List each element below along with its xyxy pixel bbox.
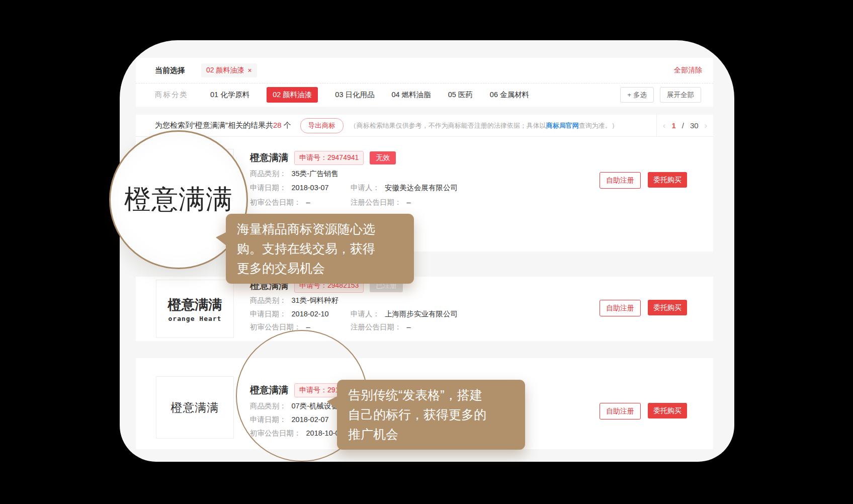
selected-category-tag-label: 02 颜料油漆 <box>206 66 244 75</box>
results-header: 为您检索到“橙意满满”相关的结果共28 个 导出商标 （商标检索结果仅供参考，不… <box>136 115 713 137</box>
trademark-mark-subtext: orange Heart <box>168 315 222 322</box>
next-page-icon[interactable]: › <box>705 121 708 131</box>
screenshot-root: 当前选择 02 颜料油漆 × 全部清除 商标分类 01 化学原料 02 颜料油漆… <box>0 0 853 504</box>
self-register-button[interactable]: 自助注册 <box>600 403 641 419</box>
page-separator: / <box>682 121 684 130</box>
field-category: 商品类别：31类-饲料种籽 <box>250 296 338 305</box>
trademark-row-2: 橙意满满 orange Heart 橙意满满 申请号：29482153 已注册 … <box>136 277 713 341</box>
field-label: 初审公告日期： <box>250 323 301 331</box>
results-summary: 为您检索到“橙意满满”相关的结果共28 个 <box>155 121 291 130</box>
disclaimer-suffix: 查询为准。） <box>579 122 618 129</box>
clear-all-button[interactable]: 全部清除 <box>674 66 702 75</box>
current-selection-row: 当前选择 02 颜料油漆 × 全部清除 <box>136 58 713 83</box>
field-first-notice-date: 初审公告日期：– <box>250 198 310 207</box>
entrust-buy-button[interactable]: 委托购买 <box>648 172 687 188</box>
category-item-05[interactable]: 05 医药 <box>448 90 473 100</box>
row-actions: 自助注册 委托购买 <box>600 172 687 189</box>
field-apply-date: 申请日期：2018-03-07 <box>250 183 329 193</box>
category-item-04[interactable]: 04 燃料油脂 <box>392 90 431 100</box>
field-label: 商品类别： <box>250 170 287 178</box>
field-label: 申请日期： <box>250 184 287 192</box>
field-value: 上海雨步实业有限公司 <box>385 310 458 318</box>
results-disclaimer: （商标检索结果仅供参考，不作为商标能否注册的法律依据；具体以商标局官网查询为准。… <box>350 121 618 130</box>
callout-tail-icon <box>327 396 338 410</box>
entrust-buy-button[interactable]: 委托购买 <box>648 300 687 315</box>
row-actions: 自助注册 委托购买 <box>600 300 687 316</box>
disclaimer-prefix: （商标检索结果仅供参考，不作为商标能否注册的法律依据；具体以 <box>350 122 546 129</box>
magnified-trademark-text: 橙意满满 <box>124 182 233 218</box>
field-category: 商品类别：35类-广告销售 <box>250 169 338 179</box>
callout-line: 海量精品商标资源随心选 <box>237 219 403 239</box>
field-reg-notice-date: 注册公告日期：– <box>351 198 411 207</box>
field-value: – <box>306 198 310 206</box>
trademark-office-link[interactable]: 商标局官网 <box>546 122 579 129</box>
trademark-image-3: 橙意满满 <box>156 376 234 439</box>
field-value: 35类-广告销售 <box>292 170 338 178</box>
callout-marketplace: 海量精品商标资源随心选 购。支持在线交易，获得 更多的交易机会 <box>226 214 414 284</box>
row-actions: 自助注册 委托购买 <box>600 403 687 419</box>
pagination: ‹ 1 / 30 › <box>656 115 713 136</box>
total-pages: 30 <box>690 121 699 130</box>
filter-panel: 当前选择 02 颜料油漆 × 全部清除 商标分类 01 化学原料 02 颜料油漆… <box>136 58 713 107</box>
application-number-tag: 申请号：29474941 <box>294 151 364 165</box>
results-summary-prefix: 为您检索到“橙意满满”相关的结果共 <box>155 121 273 129</box>
self-register-button[interactable]: 自助注册 <box>600 172 641 189</box>
field-applicant: 申请人：安徽美达会展有限公司 <box>351 183 458 193</box>
callout-line: 购。支持在线交易，获得 <box>237 239 403 259</box>
category-item-03[interactable]: 03 日化用品 <box>335 90 374 100</box>
category-item-06[interactable]: 06 金属材料 <box>490 90 529 100</box>
entrust-buy-button[interactable]: 委托购买 <box>648 403 687 418</box>
multi-select-button[interactable]: + 多选 <box>620 87 654 103</box>
field-value: 31类-饲料种籽 <box>292 296 338 304</box>
category-row: 商标分类 01 化学原料 02 颜料油漆 03 日化用品 04 燃料油脂 05 … <box>136 83 713 106</box>
prev-page-icon[interactable]: ‹ <box>663 121 666 131</box>
results-count: 28 <box>273 121 282 129</box>
field-value: 2018-02-10 <box>292 310 329 318</box>
field-label: 商品类别： <box>250 296 287 304</box>
callout-promotion: 告别传统“发表格”，搭建 自己的标行，获得更多的 推广机会 <box>337 380 525 450</box>
field-value: – <box>407 323 411 331</box>
selected-category-tag[interactable]: 02 颜料油漆 × <box>201 63 257 77</box>
field-label: 申请人： <box>351 184 380 192</box>
export-trademark-button[interactable]: 导出商标 <box>300 118 344 133</box>
field-label: 初审公告日期： <box>250 198 301 206</box>
callout-line: 自己的标行，获得更多的 <box>348 405 514 425</box>
field-label: 申请日期： <box>250 310 287 318</box>
category-row-label: 商标分类 <box>155 90 188 100</box>
filter-actions: + 多选 展开全部 <box>620 87 701 103</box>
field-label: 申请人： <box>351 310 380 318</box>
status-badge: 无效 <box>370 151 396 164</box>
current-page: 1 <box>671 121 675 130</box>
trademark-mark-text: 橙意满满 <box>171 400 219 415</box>
callout-line: 推广机会 <box>348 425 514 444</box>
field-reg-notice-date: 注册公告日期：– <box>351 322 411 332</box>
current-selection-label: 当前选择 <box>155 66 185 75</box>
field-apply-date: 申请日期：2018-02-10 <box>250 309 329 319</box>
field-applicant: 申请人：上海雨步实业有限公司 <box>351 309 458 319</box>
expand-all-button[interactable]: 展开全部 <box>660 87 701 103</box>
close-icon[interactable]: × <box>247 67 251 74</box>
field-label: 注册公告日期： <box>351 323 402 331</box>
category-item-02-selected[interactable]: 02 颜料油漆 <box>267 87 318 103</box>
callout-line: 更多的交易机会 <box>237 259 403 278</box>
trademark-image-2: 橙意满满 orange Heart <box>156 280 234 338</box>
field-label: 注册公告日期： <box>351 198 402 206</box>
results-summary-suffix: 个 <box>282 121 291 129</box>
field-value: 安徽美达会展有限公司 <box>385 184 458 192</box>
trademark-title-line: 橙意满满 申请号：29474941 无效 <box>250 151 396 165</box>
field-value: 2018-03-07 <box>292 184 329 192</box>
trademark-name: 橙意满满 <box>250 151 288 164</box>
self-register-button[interactable]: 自助注册 <box>600 300 641 316</box>
category-item-01[interactable]: 01 化学原料 <box>210 90 249 100</box>
callout-tail-icon <box>216 232 227 246</box>
trademark-mark-text: 橙意满满 <box>168 296 222 314</box>
field-value: – <box>407 198 411 206</box>
callout-line: 告别传统“发表格”，搭建 <box>348 385 514 405</box>
